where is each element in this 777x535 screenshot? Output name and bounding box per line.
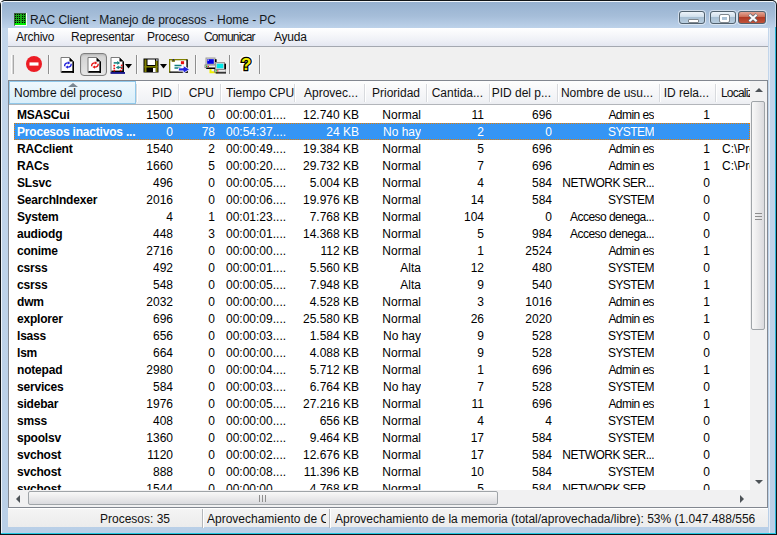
- svg-text:?: ?: [241, 55, 251, 74]
